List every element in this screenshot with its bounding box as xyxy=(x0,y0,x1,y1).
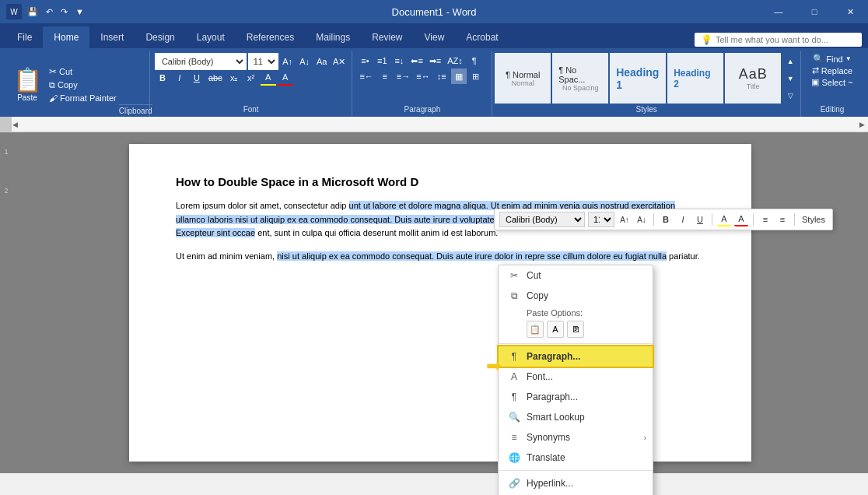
context-cut[interactable]: ✂ Cut xyxy=(499,265,653,286)
editing-group: 🔍 Find ▼ ⇄ Replace ▣ Select ~ Editing xyxy=(801,51,863,117)
paste-button[interactable]: 📋 Paste xyxy=(8,63,47,105)
line-spacing-btn[interactable]: ↕≡ xyxy=(434,68,450,84)
mini-bullets-btn[interactable]: ≡ xyxy=(758,212,772,226)
style-heading1[interactable]: Heading 1 xyxy=(610,53,666,104)
context-hyperlink[interactable]: 🔗 Hyperlink... xyxy=(499,473,653,493)
quick-save-btn[interactable]: 💾 xyxy=(25,7,40,17)
mini-bold-btn[interactable]: B xyxy=(659,212,673,226)
mini-increase-font[interactable]: A↑ xyxy=(618,212,632,226)
paragraph-icon-2: ¶ xyxy=(508,391,520,403)
border-btn[interactable]: ⊞ xyxy=(468,68,484,84)
shading-btn[interactable]: ▦ xyxy=(451,68,467,84)
style-normal[interactable]: ¶ Normal Normal xyxy=(495,53,551,104)
sort-btn[interactable]: AZ↕ xyxy=(445,53,465,68)
minimize-btn[interactable]: — xyxy=(761,0,796,23)
styles-scroll-up[interactable]: ▲ xyxy=(782,54,798,69)
context-copy[interactable]: ⧉ Copy xyxy=(499,286,653,306)
mini-size-select[interactable]: 11 xyxy=(588,212,614,227)
customize-btn[interactable]: ▼ xyxy=(73,7,86,16)
style-heading2[interactable]: Heading 2 xyxy=(667,53,723,104)
mini-font-select[interactable]: Calibri (Body) xyxy=(499,212,585,227)
superscript-btn[interactable]: x² xyxy=(243,70,259,86)
align-right-btn[interactable]: ≡→ xyxy=(394,68,412,84)
numbering-btn[interactable]: ≡1 xyxy=(374,53,390,68)
strikethrough-btn[interactable]: abc xyxy=(206,70,225,86)
format-painter-button[interactable]: 🖌 Format Painter xyxy=(47,93,119,104)
ruler-marker-right: ▶ xyxy=(859,121,865,128)
italic-button[interactable]: I xyxy=(172,70,187,86)
decrease-font-btn[interactable]: A↓ xyxy=(297,54,313,69)
justify-btn[interactable]: ≡↔ xyxy=(414,68,432,84)
close-btn[interactable]: ✕ xyxy=(832,0,868,23)
font-color-btn[interactable]: A xyxy=(278,70,293,86)
synonyms-arrow: › xyxy=(644,434,646,442)
mini-italic-btn[interactable]: I xyxy=(676,212,690,226)
multilevel-btn[interactable]: ≡↓ xyxy=(391,53,407,68)
align-center-btn[interactable]: ≡ xyxy=(377,68,393,84)
lightbulb-icon: 💡 xyxy=(701,34,712,45)
redo-btn[interactable]: ↷ xyxy=(58,7,70,17)
font-icon: A xyxy=(508,370,520,383)
clear-format-btn[interactable]: A✕ xyxy=(331,54,348,69)
context-translate[interactable]: 🌐 Translate xyxy=(499,448,653,468)
tab-layout[interactable]: Layout xyxy=(186,26,236,48)
bullets-btn[interactable]: ≡• xyxy=(357,53,373,68)
decrease-indent-btn[interactable]: ⬅≡ xyxy=(408,53,425,68)
copy-button[interactable]: ⧉ Copy xyxy=(47,79,119,91)
title-bar-left: W 💾 ↶ ↷ ▼ xyxy=(6,4,86,19)
ruler: ◀ ▶ xyxy=(0,117,868,132)
paragraph-2[interactable]: Ut enim ad minim veniam, nisi ut aliquip… xyxy=(176,250,705,264)
increase-font-btn[interactable]: A↑ xyxy=(280,54,296,69)
mini-decrease-font[interactable]: A↓ xyxy=(635,212,649,226)
bold-button[interactable]: B xyxy=(155,70,170,86)
font-size-select[interactable]: 11 xyxy=(248,53,278,70)
tab-references[interactable]: References xyxy=(236,26,305,48)
tab-home[interactable]: Home xyxy=(43,26,89,48)
mini-styles-btn[interactable]: Styles xyxy=(800,212,828,226)
paste-opt-1[interactable]: 📋 xyxy=(527,321,544,338)
paste-opt-3[interactable]: 🖹 xyxy=(567,321,584,338)
mini-underline-btn[interactable]: U xyxy=(693,212,707,226)
underline-button[interactable]: U xyxy=(189,70,205,86)
highlight-btn[interactable]: A xyxy=(261,70,276,86)
undo-btn[interactable]: ↶ xyxy=(44,7,55,17)
increase-indent-btn[interactable]: ➡≡ xyxy=(427,53,443,68)
replace-button[interactable]: ⇄ Replace xyxy=(810,65,855,76)
mini-numbering-btn[interactable]: ≡ xyxy=(775,212,789,226)
find-arrow: ▼ xyxy=(845,55,852,62)
font-family-select[interactable]: Calibri (Body) xyxy=(155,53,247,70)
cut-button[interactable]: ✂ Cut xyxy=(47,65,119,78)
context-synonyms[interactable]: ≡ Synonyms › xyxy=(499,427,653,448)
find-button[interactable]: 🔍 Find ▼ xyxy=(810,53,853,65)
tab-view[interactable]: View xyxy=(414,26,456,48)
align-left-btn[interactable]: ≡← xyxy=(357,68,375,84)
mini-highlight-btn[interactable]: A xyxy=(717,212,731,226)
styles-expand[interactable]: ▽ xyxy=(782,88,798,104)
tab-insert[interactable]: Insert xyxy=(89,26,135,48)
styles-group: ¶ Normal Normal ¶ No Spac... No Spacing … xyxy=(492,51,801,117)
context-font[interactable]: A Font... xyxy=(499,367,653,387)
tab-design[interactable]: Design xyxy=(135,26,185,48)
show-marks-btn[interactable]: ¶ xyxy=(467,53,482,68)
mini-fontcolor-btn[interactable]: A xyxy=(734,212,748,226)
styles-scroll-controls: ▲ ▼ ▽ xyxy=(782,53,798,104)
context-paragraph[interactable]: ¶ Paragraph... xyxy=(499,387,653,407)
tab-file[interactable]: File xyxy=(6,26,43,48)
change-case-btn[interactable]: Aa xyxy=(314,54,330,69)
styles-scroll-down[interactable]: ▼ xyxy=(782,71,798,86)
search-input[interactable] xyxy=(716,35,856,44)
context-smartlookup[interactable]: 🔍 Smart Lookup xyxy=(499,407,653,427)
tab-acrobat[interactable]: Acrobat xyxy=(455,26,509,48)
style-nospacing[interactable]: ¶ No Spac... No Spacing xyxy=(552,53,608,104)
tab-mailings[interactable]: Mailings xyxy=(305,26,361,48)
font-row-1: Calibri (Body) 11 A↑ A↓ Aa A✕ xyxy=(155,53,348,70)
select-button[interactable]: ▣ Select ~ xyxy=(809,76,855,88)
maximize-btn[interactable]: □ xyxy=(796,0,832,23)
style-title[interactable]: AaB Title xyxy=(725,53,781,104)
context-paragraph-highlighted[interactable]: ¶ Paragraph... xyxy=(499,346,653,367)
tab-review[interactable]: Review xyxy=(361,26,413,48)
subscript-btn[interactable]: x₂ xyxy=(226,70,242,86)
paste-opt-2[interactable]: A xyxy=(547,321,564,338)
synonyms-icon: ≡ xyxy=(508,431,520,444)
tell-me-bar[interactable]: 💡 xyxy=(695,33,862,47)
